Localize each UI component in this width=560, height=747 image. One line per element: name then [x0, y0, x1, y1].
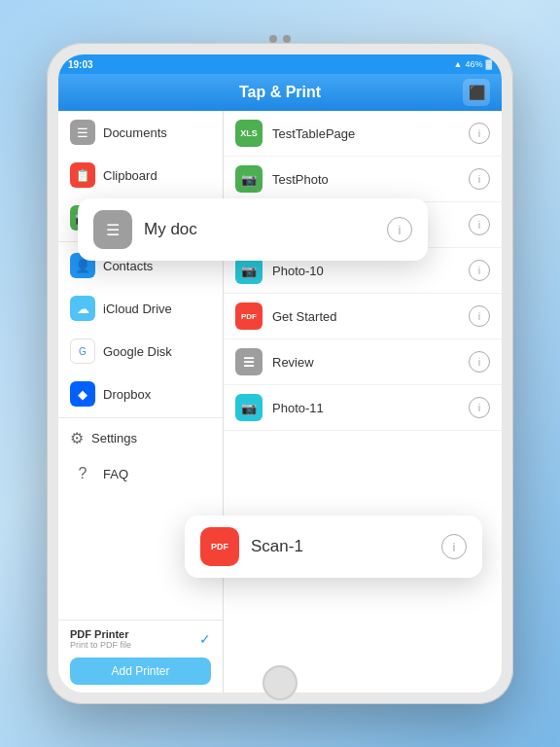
scan1-popup-icon: PDF	[200, 527, 239, 566]
battery-icon: 46%	[465, 59, 482, 69]
sidebar-item-faq[interactable]: ? FAQ	[58, 456, 223, 491]
sidebar-dropbox-label: Dropbox	[103, 387, 151, 402]
dropbox-icon: ◆	[70, 381, 95, 407]
app-header-title: Tap & Print	[97, 84, 463, 101]
sidebar-item-google[interactable]: G Google Disk	[58, 330, 223, 373]
sidebar-item-dropbox[interactable]: ◆ Dropbox	[58, 373, 223, 415]
settings-icon: ⚙	[70, 429, 84, 447]
testphoto-icon: 📷	[235, 165, 262, 193]
status-icons: ▲ 46% ▓	[454, 59, 493, 69]
testtablepage-name: TestTablePage	[272, 126, 459, 141]
sidebar-faq-label: FAQ	[103, 467, 128, 481]
sidebar-google-label: Google Disk	[103, 344, 172, 359]
file-item-getstarted[interactable]: PDF Get Started i	[224, 294, 502, 339]
scan1-popup-info[interactable]: i	[441, 534, 467, 559]
photo11-icon: 📷	[235, 394, 262, 421]
printer-checkmark: ✓	[199, 631, 211, 647]
wifi-icon: ▲	[454, 59, 463, 69]
status-bar: 19:03 ▲ 46% ▓	[58, 54, 502, 74]
scan1-popup: PDF Scan-1 i	[185, 516, 482, 578]
mydoc-popup-info[interactable]: i	[387, 217, 412, 242]
testphoto-name: TestPhoto	[272, 172, 459, 187]
getstarted-info[interactable]: i	[469, 305, 490, 327]
sidebar-icloud-label: iCloud Drive	[103, 302, 172, 316]
testtablepage-info[interactable]: i	[469, 123, 490, 144]
getstarted-icon: PDF	[235, 302, 262, 330]
tablet-top-bar	[269, 35, 291, 43]
review-name: Review	[272, 355, 459, 370]
sidebar-item-clipboard[interactable]: 📋 Clipboard	[58, 154, 223, 196]
photo11-info[interactable]: i	[469, 397, 490, 418]
printer-sub: Print to PDF file	[70, 640, 131, 650]
testpage-info[interactable]: i	[469, 214, 490, 235]
speaker-dot	[283, 35, 291, 43]
documents-icon: ☰	[70, 120, 95, 145]
icloud-icon: ☁	[70, 296, 95, 321]
google-icon: G	[70, 338, 95, 364]
sidebar-item-icloud[interactable]: ☁ iCloud Drive	[58, 287, 223, 330]
testtablepage-icon: XLS	[235, 120, 262, 147]
sidebar-clipboard-label: Clipboard	[103, 168, 158, 183]
mydoc-popup-icon: ☰	[93, 210, 132, 249]
battery-level: ▓	[485, 59, 492, 69]
faq-icon: ?	[70, 465, 95, 482]
add-printer-button[interactable]: Add Printer	[70, 658, 211, 685]
app-header: Tap & Print ⬛	[58, 74, 502, 111]
status-time: 19:03	[68, 59, 93, 70]
sidebar-item-settings[interactable]: ⚙ Settings	[58, 420, 223, 456]
header-action-button[interactable]: ⬛	[463, 79, 490, 106]
getstarted-name: Get Started	[272, 309, 459, 324]
camera-dot	[269, 35, 277, 43]
file-item-testtablepage[interactable]: XLS TestTablePage i	[224, 111, 502, 157]
clipboard-icon: 📋	[70, 162, 95, 188]
testphoto-info[interactable]: i	[469, 168, 490, 190]
review-icon: ☰	[235, 348, 262, 375]
photo10-name: Photo-10	[272, 264, 459, 278]
tablet-screen: 19:03 ▲ 46% ▓ Tap & Print ⬛ ☰ Documents	[58, 54, 502, 693]
sidebar-item-documents[interactable]: ☰ Documents	[58, 111, 223, 154]
sidebar-bottom: PDF Printer Print to PDF file ✓ Add Prin…	[58, 620, 223, 693]
review-info[interactable]: i	[469, 351, 490, 373]
file-item-testphoto[interactable]: 📷 TestPhoto i	[224, 157, 502, 202]
photo10-icon: 📷	[235, 257, 262, 284]
printer-name: PDF Printer	[70, 628, 131, 640]
home-button[interactable]	[262, 665, 298, 700]
sidebar-settings-label: Settings	[91, 431, 137, 445]
mydoc-popup: ☰ My doc i	[78, 198, 428, 261]
file-item-review[interactable]: ☰ Review i	[224, 339, 502, 385]
photo10-info[interactable]: i	[469, 260, 490, 281]
mydoc-popup-label: My doc	[144, 220, 375, 239]
printer-info: PDF Printer Print to PDF file ✓	[70, 628, 211, 650]
photo11-name: Photo-11	[272, 401, 459, 415]
tablet-frame: 19:03 ▲ 46% ▓ Tap & Print ⬛ ☰ Documents	[47, 43, 513, 704]
scan1-popup-label: Scan-1	[251, 537, 430, 556]
file-item-photo11[interactable]: 📷 Photo-11 i	[224, 385, 502, 431]
sidebar-divider-2	[58, 417, 223, 418]
sidebar-documents-label: Documents	[103, 125, 167, 140]
